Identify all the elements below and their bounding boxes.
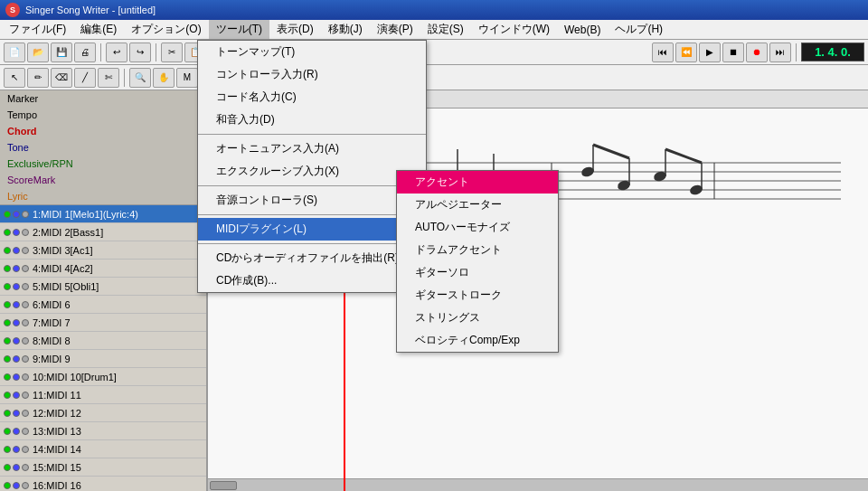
stop-button[interactable]: ⏹	[722, 42, 744, 62]
track-type-marker[interactable]: Marker	[0, 90, 206, 107]
midi-track-4[interactable]: 4:MIDI 4[Ac2]	[0, 260, 206, 278]
menu-chord-name[interactable]: コード名入力(C)	[198, 86, 426, 109]
submenu-guitar-solo[interactable]: ギターソロ	[397, 261, 558, 284]
dot-gray-13	[22, 428, 29, 435]
midi-track-6[interactable]: 6:MIDI 6	[0, 296, 206, 314]
track-dots-8	[4, 337, 29, 345]
midi-track-7[interactable]: 7:MIDI 7	[0, 314, 206, 332]
submenu-velocity-comp[interactable]: ベロシティComp/Exp	[397, 329, 558, 352]
dot-green-6	[4, 301, 11, 308]
menu-perform[interactable]: 演奏(P)	[370, 20, 420, 39]
track-type-lyric[interactable]: Lyric	[0, 188, 206, 204]
menu-exclusive-input[interactable]: エクスクルーシブ入力(X)	[198, 160, 426, 183]
new-button[interactable]: 📄	[4, 42, 25, 62]
midi-track-3[interactable]: 3:MIDI 3[Ac1]	[0, 241, 206, 260]
menu-midi-plugin[interactable]: MIDIプラグイン(L) ▶	[198, 218, 426, 241]
dot-blue-9	[13, 355, 20, 363]
track-dots-10	[4, 373, 29, 381]
record-button[interactable]: ⏺	[746, 42, 768, 62]
horizontal-scrollbar[interactable]	[208, 478, 868, 491]
menu-chord-input[interactable]: 和音入力(D)	[198, 109, 426, 131]
sep1	[198, 134, 426, 135]
dot-green-12	[4, 410, 11, 417]
dot-gray-3	[22, 247, 29, 254]
track-label-8: 8:MIDI 8	[33, 335, 71, 346]
midi-track-2[interactable]: 2:MIDI 2[Bass1]	[0, 223, 206, 241]
dot-gray-2	[22, 229, 29, 236]
play-button[interactable]: ▶	[699, 42, 721, 62]
dot-gray-15	[22, 464, 29, 471]
menu-window[interactable]: ウインドウ(W)	[471, 20, 557, 39]
menu-tool[interactable]: ツール(T)	[209, 20, 269, 39]
open-button[interactable]: 📂	[27, 42, 49, 62]
midi-track-8[interactable]: 8:MIDI 8	[0, 332, 206, 350]
midi-track-1[interactable]: 1:MIDI 1[Melo1](Lyric:4)	[0, 205, 206, 223]
dot-blue-13	[13, 428, 20, 435]
menu-option[interactable]: オプション(O)	[124, 20, 208, 39]
mute-tool[interactable]: M	[176, 68, 198, 88]
submenu-drum-accent[interactable]: ドラムアクセント	[397, 239, 558, 261]
eraser-tool[interactable]: ⌫	[51, 68, 72, 88]
line-tool[interactable]: ╱	[74, 68, 96, 88]
menu-cd-create[interactable]: CD作成(B)...	[198, 269, 426, 292]
track-label-3: 3:MIDI 3[Ac1]	[33, 245, 93, 256]
next-button[interactable]: ⏭	[769, 42, 791, 62]
submenu-accent[interactable]: アクセント	[397, 171, 558, 194]
midi-track-5[interactable]: 5:MIDI 5[Obli1]	[0, 278, 206, 296]
midi-track-9[interactable]: 9:MIDI 9	[0, 350, 206, 368]
track-dots-1	[4, 211, 29, 218]
menu-sound-controller[interactable]: 音源コントローラ(S) ▶	[198, 189, 426, 212]
track-label-13: 13:MIDI 13	[33, 426, 81, 437]
submenu-strings[interactable]: ストリングス	[397, 307, 558, 329]
prev-button[interactable]: ⏮	[652, 42, 674, 62]
zoom-tool[interactable]: 🔍	[129, 68, 151, 88]
menu-tonemap[interactable]: トーンマップ(T)	[198, 41, 426, 63]
scissors-tool[interactable]: ✄	[98, 68, 119, 88]
select-tool[interactable]: ↖	[4, 68, 25, 88]
midi-track-14[interactable]: 14:MIDI 14	[0, 440, 206, 458]
track-dots-11	[4, 392, 29, 399]
redo-button[interactable]: ↪	[129, 42, 151, 62]
print-button[interactable]: 🖨	[74, 42, 96, 62]
midi-track-16[interactable]: 16:MIDI 16	[0, 477, 206, 491]
dot-green-5	[4, 283, 11, 290]
menu-display[interactable]: 表示(D)	[269, 20, 321, 39]
submenu-auto-harmonize[interactable]: AUTOハーモナイズ	[397, 216, 558, 239]
menu-web[interactable]: Web(B)	[557, 20, 608, 39]
dot-gray-16	[22, 482, 29, 489]
scroll-thumb[interactable]	[210, 481, 237, 490]
sep5	[796, 43, 797, 61]
undo-button[interactable]: ↩	[106, 42, 127, 62]
hand-tool[interactable]: ✋	[153, 68, 175, 88]
rewind-button[interactable]: ⏪	[675, 42, 697, 62]
midi-track-11[interactable]: 11:MIDI 11	[0, 386, 206, 404]
track-type-tempo[interactable]: Tempo	[0, 107, 206, 123]
menu-help[interactable]: ヘルプ(H)	[608, 20, 670, 39]
track-label-15: 15:MIDI 15	[33, 462, 81, 473]
menu-file[interactable]: ファイル(F)	[2, 20, 73, 39]
midi-track-15[interactable]: 15:MIDI 15	[0, 458, 206, 477]
track-type-exclusive[interactable]: Exclusive/RPN	[0, 156, 206, 172]
midi-track-12[interactable]: 12:MIDI 12	[0, 404, 206, 422]
midi-track-10[interactable]: 10:MIDI 10[Drum1]	[0, 368, 206, 386]
midi-track-13[interactable]: 13:MIDI 13	[0, 422, 206, 440]
menu-cd-extract[interactable]: CDからオーディオファイルを抽出(R)...	[198, 247, 426, 269]
track-dots-4	[4, 265, 29, 272]
menu-auto-nuance[interactable]: オートニュアンス入力(A)	[198, 137, 426, 160]
menu-move[interactable]: 移動(J)	[321, 20, 370, 39]
dot-blue-2	[13, 229, 20, 236]
track-type-scoremarks[interactable]: ScoreMark	[0, 172, 206, 188]
pencil-tool[interactable]: ✏	[27, 68, 49, 88]
submenu-arpeggiator[interactable]: アルペジエーター	[397, 194, 558, 216]
dot-blue	[13, 211, 20, 218]
save-button[interactable]: 💾	[51, 42, 72, 62]
svg-line-30	[593, 145, 629, 158]
track-type-tone[interactable]: Tone	[0, 139, 206, 156]
track-dots-5	[4, 283, 29, 290]
cut-button[interactable]: ✂	[161, 42, 183, 62]
submenu-guitar-stroke[interactable]: ギタースト­ローク	[397, 284, 558, 307]
menu-controller-input[interactable]: コントローラ入力(R)	[198, 63, 426, 86]
track-type-chord[interactable]: Chord	[0, 123, 206, 139]
menu-settings[interactable]: 設定(S)	[420, 20, 471, 39]
menu-edit[interactable]: 編集(E)	[73, 20, 124, 39]
